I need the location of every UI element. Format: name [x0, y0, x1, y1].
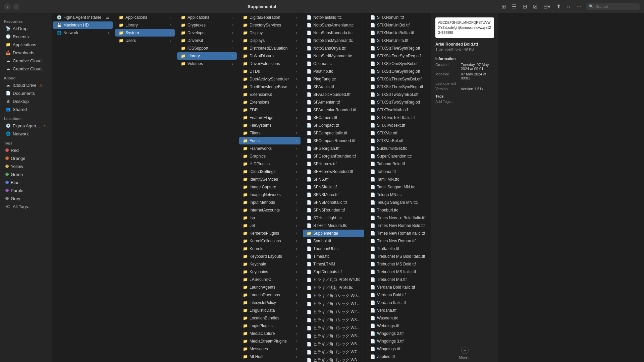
sidebar-item-red[interactable]: Red [1, 146, 50, 154]
list-item[interactable]: 📄ThonburiUI.ttc [303, 245, 364, 252]
list-item[interactable]: 📄ヒラギノ角ゴシック W7.ttc [303, 348, 364, 356]
list-item[interactable]: 📁 Applications [115, 14, 175, 21]
list-item[interactable]: 📄ヒラギノ角ゴシック W4.ttc [303, 324, 364, 332]
list-item[interactable]: 📁Filters [239, 129, 301, 137]
list-item[interactable]: 📄Zapfino.ttf [367, 353, 430, 360]
list-item[interactable]: 📁InternetAccounts [239, 206, 301, 214]
list-item[interactable]: 📄STIXSizTwoSymReg.otf [367, 99, 430, 106]
list-item[interactable]: 📄Times New Roman.ttf [367, 237, 430, 245]
list-item[interactable]: 📁 iOSSupport [177, 45, 237, 52]
sidebar-item-shared[interactable]: 👥 Shared [1, 105, 50, 113]
list-item[interactable]: 📁FeatureFlags [239, 114, 301, 121]
list-item[interactable]: 📁LaunchAgents [239, 284, 301, 291]
list-item[interactable]: 📄STIXSizFiveSymReg.otf [367, 45, 430, 52]
list-item[interactable]: 📁Graphics [239, 153, 301, 160]
list-item[interactable]: 📄Trattatello.ttf [367, 245, 430, 252]
list-item[interactable]: 📄STIXSizTwoSymBol.otf [367, 91, 430, 98]
list-item[interactable]: 📄TimesLTMM [303, 260, 364, 268]
list-item[interactable]: 📄ヒラギノ丸ゴ ProN W4.ttc [303, 276, 364, 284]
list-item[interactable]: 📄STIXVar.otf [367, 129, 430, 137]
list-item[interactable]: 📁LocationBundles [239, 314, 301, 322]
list-item[interactable]: 📁DistributedEvaluation [239, 45, 301, 52]
list-item[interactable]: 📄Waseem.ttc [367, 314, 430, 322]
list-item[interactable]: 📄SFHebrewRounded.ttf [303, 168, 364, 175]
sidebar-item-blue[interactable]: Blue [1, 178, 50, 186]
list-item[interactable]: 📄Trebuchet MS.ttf [367, 276, 430, 283]
list-item[interactable]: 📄STIXTwoMath.otf [367, 106, 430, 114]
list-item[interactable]: 📁DuetActivityScheduler [239, 75, 301, 83]
list-item[interactable]: 📄SFNSRounded.ttf [303, 206, 364, 214]
list-item[interactable]: 📁Jet [239, 222, 301, 229]
list-item[interactable]: 📄SFArabicRounded.ttf [303, 91, 364, 98]
sidebar-item-desktop[interactable]: 🖥 Desktop [1, 97, 50, 105]
list-item[interactable]: 📁Isp [239, 214, 301, 222]
list-item[interactable]: 📄Thonburi.ttc [367, 206, 430, 214]
list-item[interactable]: 📄Times New Roman Italic.ttf [367, 230, 430, 237]
list-item[interactable]: 📄ヒラギノ角ゴシック W8.ttc [303, 356, 364, 362]
list-item[interactable]: 📁Displays [239, 37, 301, 44]
sidebar-item-documents[interactable]: 📄 Documents [1, 89, 50, 97]
sidebar-item-recents[interactable]: 🕐 Recents [1, 33, 50, 41]
list-item[interactable]: 📄SFArmenian.ttf [303, 99, 364, 106]
list-item[interactable]: 📁Keyboard Layouts [239, 253, 301, 260]
list-item[interactable]: 📄STHeiti Medium.ttc [303, 222, 364, 229]
list-item[interactable]: 📄Telugu MN.ttc [367, 191, 430, 198]
list-item[interactable]: 📄STIXNonUniBol.ttf [367, 21, 430, 29]
list-item[interactable]: 📁FileSystems [239, 122, 301, 129]
list-item[interactable]: 📄ヒラギノ明朝 ProN.ttc [303, 284, 364, 292]
list-item[interactable]: 📄Verdana Italic.ttf [367, 299, 430, 306]
sidebar-item-downloads[interactable]: 📥 Downloads [1, 49, 50, 57]
list-item[interactable]: 📄SFNSMono.ttf [303, 191, 364, 198]
list-item[interactable]: 📁 Library [115, 21, 175, 29]
list-item[interactable]: 📄Palatino.ttc [303, 68, 364, 75]
list-item[interactable]: 📁DriverExtensions [239, 60, 301, 67]
list-item[interactable]: 📄STIXNonUni.ttf [367, 14, 430, 21]
list-item[interactable]: 📄Wingdings.ttf [367, 345, 430, 353]
list-item[interactable]: 📄SFCamera.ttf [303, 114, 364, 121]
list-item[interactable]: 📁MediaCapture [239, 330, 301, 337]
list-item[interactable]: 📄SFNS.ttf [303, 176, 364, 183]
list-item[interactable]: 📁 Developer [177, 29, 237, 37]
sidebar-item-airdrop[interactable]: 📡 AirDrop [1, 24, 50, 33]
list-item[interactable]: 📁DigitalSeparation [239, 14, 301, 21]
list-item[interactable]: 📁Image Capture [239, 183, 301, 191]
list-item[interactable]: 📄SFCompactRounded.ttf [303, 137, 364, 144]
list-item[interactable]: 📁Messages [239, 345, 301, 353]
list-item[interactable]: 📁 Applications [177, 14, 237, 21]
sidebar-item-applications[interactable]: 📁 Applications [1, 41, 50, 49]
list-item[interactable]: 📁Keychain [239, 260, 301, 268]
more-button[interactable]: − More... [431, 344, 498, 362]
search-input[interactable] [595, 4, 636, 9]
list-item[interactable]: 📄ヒラギノ角ゴシック W3.ttc [303, 316, 364, 324]
gallery-view-btn[interactable]: ⊠ [532, 3, 539, 10]
list-item[interactable]: 💿 Figma Agent Installer ⏏ [53, 14, 113, 21]
list-item[interactable]: 📄SFCompact.ttf [303, 122, 364, 129]
list-item[interactable]: 📄SFArabic.ttf [303, 83, 364, 90]
sidebar-item-figma-agent[interactable]: 💿 Figma Agent Inst... ⚠ [1, 122, 50, 130]
list-item[interactable]: 📄Verdana.ttf [367, 307, 430, 314]
list-item[interactable]: 📄NotoSansOriya.ttc [303, 45, 364, 52]
list-item[interactable]: 📄STIXNonUniBolIta.ttf [367, 29, 430, 37]
list-item[interactable]: 💾 Macintosh HD › [53, 21, 113, 29]
list-item[interactable]: 🌐 Network › [53, 29, 113, 37]
list-item[interactable]: 📄NotoSansArmenian.ttc [303, 21, 364, 29]
list-item[interactable]: 📄ヒラギノ角ゴシック W6.ttc [303, 340, 364, 348]
list-item[interactable]: 📁DuetKnowledgeBase [239, 83, 301, 90]
list-item[interactable]: 📄Optima.ttc [303, 60, 364, 67]
list-view-btn[interactable]: ☰ [511, 3, 518, 10]
list-item[interactable]: 📁 Library [177, 52, 237, 60]
list-item[interactable]: 📄NotoSansKannada.ttc [303, 29, 364, 37]
list-item[interactable]: 📁MediaStreamPlugins [239, 338, 301, 345]
list-item[interactable]: 📁KernelCollections [239, 237, 301, 245]
list-item[interactable]: 📄NotoNastaliq.ttc [303, 14, 364, 21]
list-item[interactable]: 📄Tahoma.ttf [367, 168, 430, 175]
tag-btn[interactable]: ○ [566, 3, 572, 10]
list-item[interactable]: 📄SuperClarendon.ttc [367, 153, 430, 160]
list-item[interactable]: 📄Times New Roman Bold.ttf [367, 222, 430, 229]
list-item[interactable]: 📁Keychains [239, 268, 301, 276]
list-item[interactable]: 📄STIXVarBol.otf [367, 137, 430, 144]
list-item[interactable]: 📄Verdana Bold Italic.ttf [367, 284, 430, 291]
sidebar-item-creative-cloud[interactable]: ☁ Creative Cloud Files [1, 65, 50, 73]
list-item[interactable]: 📄NotoSansMyanmar.ttc [303, 37, 364, 44]
list-item[interactable]: 📄Tamil Sangam MN.ttc [367, 183, 430, 191]
